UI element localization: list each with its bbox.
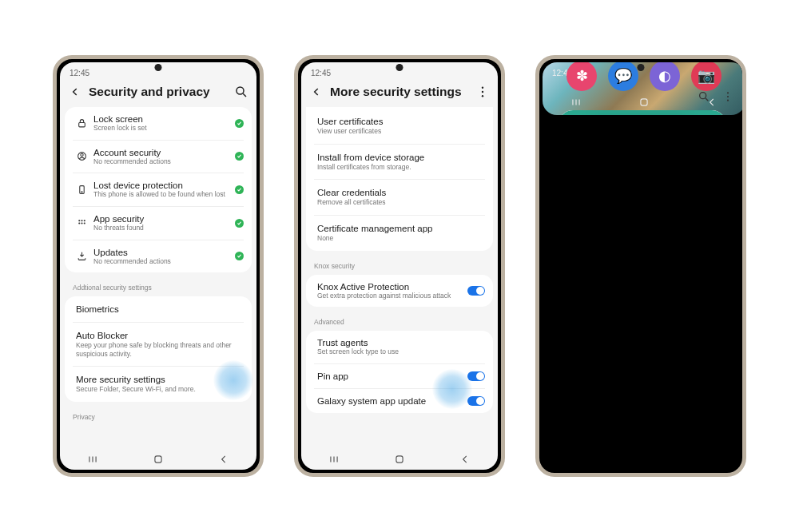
security-status-card: Lock screenScreen lock is setAccount sec…	[65, 107, 252, 272]
row-lock[interactable]: Lock screenScreen lock is set	[73, 107, 244, 141]
nav-recents[interactable]	[87, 454, 98, 465]
nav-back[interactable]	[218, 454, 229, 465]
nav-bar	[60, 449, 256, 470]
settings-scroll[interactable]: User certificatesView user certificatesI…	[301, 107, 498, 449]
section-knox: Knox security	[301, 259, 498, 275]
row-subtitle: Screen lock is set	[93, 124, 232, 133]
recent-app-card[interactable]: * 0 # Keypad Recents Contacts	[559, 110, 726, 115]
nav-bar	[543, 94, 745, 110]
row-updates[interactable]: UpdatesNo recommended actions	[73, 240, 244, 273]
svg-rect-21	[641, 99, 647, 105]
nav-back[interactable]	[706, 97, 718, 108]
settings-scroll[interactable]: Lock screenScreen lock is setAccount sec…	[60, 107, 256, 449]
back-button[interactable]	[309, 85, 324, 99]
row-subtitle: No threats found	[93, 224, 232, 232]
knox-subtitle: Get extra protection against malicious a…	[317, 292, 464, 300]
dock-app-1[interactable]: 💬	[608, 62, 638, 91]
row-account[interactable]: Account securityNo recommended actions	[73, 141, 244, 174]
advanced-card: Trust agentsSet screen lock type to useP…	[306, 331, 493, 413]
knox-title: Knox Active Protection	[317, 282, 464, 292]
screen-security-privacy: 12:45 Security and privacy Lock screenSc…	[60, 62, 256, 470]
back-button[interactable]	[68, 85, 82, 99]
nav-recents[interactable]	[570, 97, 582, 108]
row-biometrics[interactable]: Biometrics	[73, 296, 244, 323]
search-icon[interactable]	[234, 85, 248, 99]
account-icon	[73, 151, 90, 161]
check-icon	[235, 185, 244, 194]
row-trust-agents[interactable]: Trust agentsSet screen lock type to use	[314, 331, 485, 364]
screen-more-security: 12:45 More security settings User certif…	[301, 62, 498, 470]
dock-app-2[interactable]: ◐	[650, 62, 680, 91]
svg-point-13	[482, 87, 483, 89]
svg-point-5	[81, 192, 81, 193]
camera-dot	[155, 64, 162, 71]
row-subtitle: View user certificates	[317, 127, 482, 136]
camera-dot	[396, 64, 403, 71]
title-bar: Security and privacy	[60, 78, 256, 107]
row-title: Install from device storage	[317, 153, 482, 162]
row-galaxy-system-app-update[interactable]: Galaxy system app update	[314, 389, 485, 413]
row-title: Trust agents	[317, 338, 482, 347]
row-user-certificates[interactable]: User certificatesView user certificates	[314, 109, 485, 145]
screen-recents: 12:45 * 0 # Keypad Recents Contacts	[543, 62, 745, 115]
status-time: 12:45	[70, 69, 89, 77]
row-more-security-settings[interactable]: More security settingsSecure Folder, Sec…	[73, 367, 244, 402]
row-apps[interactable]: App securityNo threats found	[73, 207, 244, 240]
row-subtitle: No recommended actions	[93, 157, 232, 166]
nav-back[interactable]	[459, 454, 471, 465]
phone-frame-2: 12:45 More security settings User certif…	[294, 55, 505, 477]
phone-frame-3: 12:45 * 0 # Keypad Recents Contacts	[535, 55, 746, 477]
svg-point-15	[482, 95, 483, 97]
apps-icon	[73, 218, 90, 228]
svg-point-0	[237, 87, 244, 94]
check-icon	[235, 119, 244, 128]
row-title: Pin app	[317, 371, 464, 381]
nav-bar	[301, 449, 498, 470]
row-auto-blocker[interactable]: Auto BlockerKeep your phone safe by bloc…	[73, 323, 244, 367]
knox-toggle[interactable]	[467, 286, 485, 296]
svg-rect-1	[78, 122, 85, 126]
nav-recents[interactable]	[328, 454, 340, 465]
row-title: Certificate management app	[317, 224, 482, 233]
knox-card: Knox Active Protection Get extra protect…	[306, 275, 493, 308]
row-subtitle: Install certificates from storage.	[317, 163, 482, 172]
nav-home[interactable]	[153, 454, 164, 465]
nav-home[interactable]	[638, 97, 650, 108]
row-title: Lost device protection	[93, 181, 232, 190]
dock-app-0[interactable]: ✽	[566, 62, 597, 91]
dock-app-3[interactable]: 📷	[691, 62, 721, 91]
svg-point-6	[78, 220, 80, 221]
row-title: Biometrics	[76, 304, 240, 314]
certificates-card: User certificatesView user certificatesI…	[306, 107, 493, 251]
lock-icon	[73, 118, 90, 129]
more-icon[interactable]	[475, 85, 490, 99]
section-advanced: Advanced	[301, 315, 498, 331]
row-title: Galaxy system app update	[317, 396, 464, 406]
camera-dot	[638, 64, 645, 71]
row-clear-credentials[interactable]: Clear credentialsRemove all certificates	[314, 180, 485, 216]
row-subtitle: Secure Folder, Secure Wi-Fi, and more.	[76, 385, 240, 394]
row-title: Updates	[93, 248, 232, 257]
phone-lock-icon	[73, 185, 90, 195]
svg-point-3	[80, 154, 82, 157]
section-privacy: Privacy	[60, 410, 256, 426]
toggle[interactable]	[467, 371, 485, 381]
row-title: Clear credentials	[317, 188, 482, 197]
row-title: More security settings	[76, 375, 240, 384]
row-title: App security	[93, 214, 232, 224]
row-pin-app[interactable]: Pin app	[314, 364, 485, 389]
row-title: Lock screen	[93, 114, 232, 124]
updates-icon	[73, 251, 90, 261]
row-title: Auto Blocker	[76, 331, 240, 340]
row-phone-lock[interactable]: Lost device protectionThis phone is allo…	[73, 173, 244, 207]
row-install-from-device-storage[interactable]: Install from device storageInstall certi…	[314, 145, 485, 181]
knox-row[interactable]: Knox Active Protection Get extra protect…	[314, 275, 485, 308]
row-certificate-management-app[interactable]: Certificate management appNone	[314, 216, 485, 251]
row-subtitle: None	[317, 234, 482, 243]
toggle[interactable]	[467, 396, 485, 406]
nav-home[interactable]	[394, 454, 405, 465]
phone-frame-1: 12:45 Security and privacy Lock screenSc…	[53, 55, 264, 477]
section-additional: Addtional security settings	[60, 280, 256, 296]
additional-settings-card: BiometricsAuto BlockerKeep your phone sa…	[65, 296, 252, 402]
svg-point-9	[78, 222, 80, 224]
